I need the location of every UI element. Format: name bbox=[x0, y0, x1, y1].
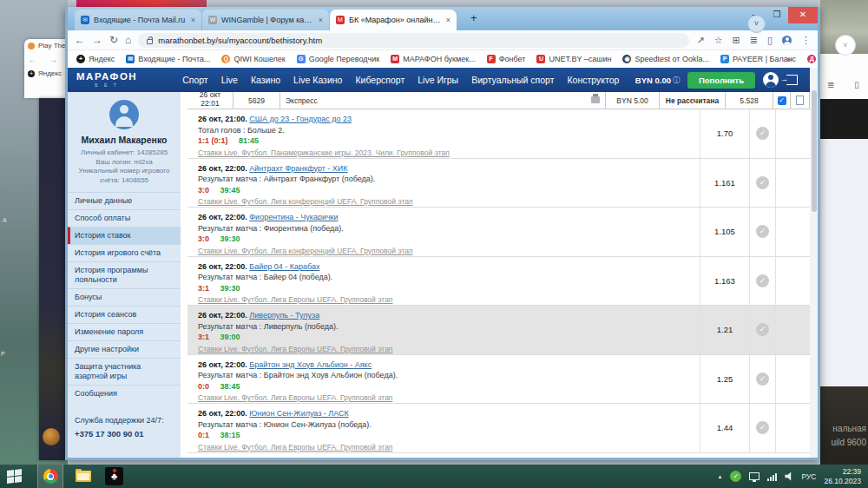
tab-search-button[interactable]: ˅ bbox=[747, 15, 766, 33]
profile-icon[interactable] bbox=[782, 36, 792, 45]
scrollbar-thumb[interactable] bbox=[812, 90, 817, 212]
menu-dots-icon[interactable]: ⋮ bbox=[801, 35, 811, 46]
side-panel-icon[interactable]: ▯ bbox=[767, 35, 773, 46]
sidebar-menu-item[interactable]: История ставок bbox=[68, 227, 181, 244]
printer-icon[interactable] bbox=[591, 96, 600, 103]
background-nav-arrows[interactable]: ← → bbox=[24, 52, 65, 67]
forward-button[interactable]: → bbox=[92, 35, 102, 45]
sidebar-menu-item[interactable]: История игрового счёта bbox=[68, 244, 181, 261]
site-nav-item[interactable]: Спорт bbox=[182, 75, 208, 85]
close-button[interactable]: ✕ bbox=[788, 7, 818, 23]
site-nav-item[interactable]: Киберспорт bbox=[355, 75, 404, 85]
page-scrollbar[interactable] bbox=[810, 68, 818, 458]
taskbar-chrome-button[interactable] bbox=[37, 465, 63, 488]
bet-match-link[interactable]: Юнион Сен-Жилуаз - ЛАСК bbox=[249, 409, 349, 418]
bookmark-star-icon[interactable]: ☆ bbox=[714, 35, 723, 46]
reload-button[interactable]: ↻ bbox=[109, 35, 118, 45]
bet-score: 0:1 bbox=[198, 431, 209, 439]
sidebar-menu-item[interactable]: Другие настройки bbox=[68, 340, 181, 358]
network-monitor-icon[interactable] bbox=[749, 472, 760, 480]
site-nav-item[interactable]: Live bbox=[221, 75, 238, 85]
speaker-icon[interactable] bbox=[785, 472, 793, 481]
chevron-down-icon[interactable]: ˅ bbox=[835, 35, 856, 56]
site-nav-item[interactable]: Виртуальный спорт bbox=[471, 75, 554, 85]
taskbar-clock[interactable]: 22:39 26.10.2023 bbox=[824, 467, 861, 485]
sidebar-menu-item[interactable]: История программы лояльности bbox=[68, 261, 181, 288]
logout-icon[interactable] bbox=[786, 75, 798, 85]
taskbar-app-icon[interactable]: ♣ bbox=[105, 467, 123, 485]
support-phone[interactable]: +375 17 300 90 01 bbox=[68, 425, 181, 443]
sidebar-menu-item[interactable]: Изменение пароля bbox=[68, 323, 181, 340]
antivirus-shield-icon[interactable]: ✓ bbox=[730, 471, 741, 482]
bet-category-link[interactable]: Ставки Live. Футбол. Лига Европы UEFA. Г… bbox=[198, 295, 696, 304]
bookmark-item[interactable]: P PAYEER | Баланс bbox=[720, 55, 796, 63]
site-nav-item[interactable]: Конструктор bbox=[567, 75, 619, 85]
checkbox-checked[interactable]: ✓ bbox=[778, 96, 786, 105]
bookmark-item[interactable]: ✉ Входящие - Почта... bbox=[126, 55, 210, 63]
sidebar-menu-item[interactable]: Способ оплаты bbox=[68, 209, 181, 227]
share-icon[interactable]: ↗ bbox=[696, 35, 704, 46]
bookmark-item[interactable]: M МАРАФОН букмек... bbox=[391, 55, 475, 63]
bet-text: 26 окт, 22:00. Байер 04 - Карабах Резуль… bbox=[187, 257, 700, 306]
back-button[interactable]: ← bbox=[75, 35, 85, 45]
sidebar-menu-item[interactable]: Защита участника азартной игры bbox=[68, 358, 181, 385]
bet-category-link[interactable]: Ставки Live. Футбол. Лига Европы UEFA. Г… bbox=[198, 393, 696, 402]
background-bookmark[interactable]: + Яндекс bbox=[24, 67, 65, 80]
browser-tab[interactable]: W WINGamble | Форум казино, по × bbox=[202, 10, 329, 30]
account-avatar-icon[interactable] bbox=[763, 72, 779, 88]
bookmark-item[interactable]: Д Домовой (Фильм 2... bbox=[807, 55, 818, 63]
tab-close-icon[interactable]: × bbox=[319, 16, 323, 24]
bookmark-item[interactable]: F Фонбет bbox=[487, 55, 526, 63]
bet-category-link[interactable]: Ставки Live. Футбол. Лига конференций UE… bbox=[198, 197, 696, 206]
url-text[interactable]: marathonbet.by/su/myaccount/bethistory.h… bbox=[158, 36, 322, 45]
bet-category-link[interactable]: Ставки Live. Футбол. Лига конференций UE… bbox=[198, 247, 696, 255]
deposit-button[interactable]: Пополнить bbox=[687, 72, 755, 89]
bet-category-link[interactable]: Ставки Live. Футбол. Лига Европы UEFA. Г… bbox=[198, 345, 696, 353]
site-nav-item[interactable]: Live Казино bbox=[293, 75, 342, 85]
info-icon[interactable]: ⓘ bbox=[673, 76, 680, 85]
tray-expand-icon[interactable]: ▲ bbox=[717, 474, 722, 479]
reading-list-icon[interactable]: ≣ bbox=[750, 35, 758, 46]
sidebar-menu-item[interactable]: Личные данные bbox=[68, 192, 181, 209]
new-tab-button[interactable]: + bbox=[470, 11, 477, 24]
maximize-button[interactable]: ❐ bbox=[766, 7, 788, 23]
background-browser-window[interactable]: Play The ← → + Яндекс bbox=[24, 39, 65, 98]
bet-match-link[interactable]: Фиорентина - Чукарички bbox=[249, 213, 338, 221]
tab-close-icon[interactable]: × bbox=[191, 16, 195, 24]
sidebar-menu-item[interactable]: Бонусы bbox=[68, 288, 181, 306]
address-bar[interactable]: marathonbet.by/su/myaccount/bethistory.h… bbox=[138, 33, 689, 48]
bookmark-item[interactable]: Q QIWI Кошелек bbox=[221, 55, 285, 63]
bet-category-link[interactable]: Ставки Live. Футбол. Панамериканские игр… bbox=[198, 148, 696, 157]
sidebar-menu-item[interactable]: История сеансов bbox=[68, 306, 181, 323]
language-indicator[interactable]: РУС bbox=[801, 472, 816, 481]
marathonbet-logo[interactable]: МАРАФОН · Б Е Т · bbox=[76, 72, 137, 88]
browser-tab[interactable]: ✉ Входящие - Почта Mail.ru × bbox=[75, 10, 201, 30]
home-button[interactable]: ⌂ bbox=[125, 35, 131, 45]
bookmark-favicon: U bbox=[536, 55, 545, 63]
bet-match-link[interactable]: Ливерпуль - Тулуза bbox=[249, 311, 319, 320]
browser-tab[interactable]: M БК «Марафон» онлайн букмеке × bbox=[330, 10, 457, 30]
background-tab[interactable]: Play The bbox=[24, 39, 65, 52]
bookmarks-overflow-chevron[interactable]: » bbox=[786, 55, 792, 64]
start-button[interactable] bbox=[7, 469, 22, 484]
site-nav-item[interactable]: Казино bbox=[251, 75, 280, 85]
extensions-icon[interactable]: ⊞ bbox=[733, 35, 740, 46]
bet-match-link[interactable]: Брайтон энд Хоув Альбион - Аякс bbox=[249, 360, 372, 369]
bookmark-item[interactable]: ◉ Speedtest от Ookla... bbox=[622, 55, 708, 63]
signal-bars-icon[interactable] bbox=[767, 472, 777, 481]
bookmark-item[interactable]: + Яндекс bbox=[76, 55, 115, 63]
document-icon[interactable] bbox=[796, 96, 804, 105]
bet-match-link[interactable]: Байер 04 - Карабах bbox=[249, 262, 319, 271]
background-toolbar-icons[interactable]: ≣ ▯ bbox=[827, 80, 868, 89]
tab-close-icon[interactable]: × bbox=[446, 16, 450, 24]
file-explorer-icon[interactable] bbox=[76, 471, 91, 482]
balance-display[interactable]: BYN 0.00 ⓘ bbox=[635, 76, 680, 85]
bet-match-link[interactable]: Айнтрахт Франкфурт - ХИК bbox=[249, 164, 347, 173]
sidebar-menu-item[interactable]: Сообщения bbox=[68, 385, 181, 402]
site-nav-item[interactable]: Live Игры bbox=[418, 75, 458, 85]
bet-match-link[interactable]: США до 23 - Гондурас до 23 bbox=[249, 115, 352, 123]
bet-summary-row[interactable]: 26 окт 22:01 5629 Экспресс BYN 5.00 Не р… bbox=[187, 92, 810, 109]
bet-category-link[interactable]: Ставки Live. Футбол. Лига Европы UEFA. Г… bbox=[198, 443, 696, 452]
bookmark-item[interactable]: G Google Переводчик bbox=[297, 55, 379, 63]
bookmark-item[interactable]: U UNET.BY –сашин bbox=[536, 55, 611, 63]
